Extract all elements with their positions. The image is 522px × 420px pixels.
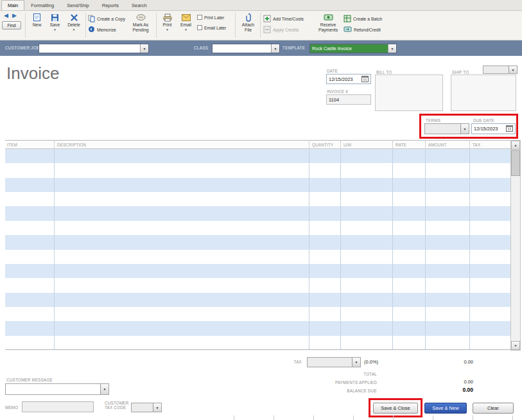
print-later-checkbox-row[interactable]: Print Later xyxy=(197,14,224,21)
dropdown-arrow-icon[interactable]: ▼ xyxy=(100,384,109,394)
date-label: DATE xyxy=(327,69,338,73)
save-new-button[interactable]: Save & New xyxy=(424,403,467,414)
email-later-label: Email Later xyxy=(204,26,226,30)
column-header-quantity[interactable]: QUANTITY xyxy=(312,143,333,147)
email-button[interactable]: Email ▼ xyxy=(177,13,195,31)
print-later-checkbox[interactable] xyxy=(197,15,202,20)
column-header-um[interactable]: U/M xyxy=(344,143,351,147)
save-button[interactable]: Save ▼ xyxy=(46,13,64,31)
clear-button[interactable]: Clear xyxy=(473,403,514,414)
memorize-button[interactable]: Memorize xyxy=(88,26,116,33)
dropdown-arrow-icon[interactable]: ▼ xyxy=(140,44,148,53)
due-date-value: 12/15/2023 xyxy=(474,126,498,132)
add-time-costs-icon xyxy=(263,15,271,23)
receive-payments-button[interactable]: Receive Payments xyxy=(313,13,344,32)
create-batch-button[interactable]: Create a Batch xyxy=(344,15,382,22)
grid-column-line xyxy=(54,149,55,349)
column-header-amount[interactable]: AMOUNT xyxy=(428,143,447,147)
template-value: Rock Castle Invoice xyxy=(310,44,388,53)
tab-formatting[interactable]: Formatting xyxy=(24,0,60,10)
column-separator xyxy=(340,141,341,148)
dropdown-arrow-icon[interactable]: ▼ xyxy=(271,44,279,53)
tax-select[interactable]: ▼ xyxy=(307,357,361,367)
tab-main[interactable]: Main xyxy=(1,0,24,10)
dropdown-arrow-icon[interactable]: ▼ xyxy=(509,66,517,73)
back-arrow-icon[interactable]: ◀ xyxy=(4,12,8,19)
delete-button[interactable]: Delete ▼ xyxy=(64,13,83,31)
new-button-label: New xyxy=(33,22,42,28)
delete-button-label: Delete xyxy=(67,22,80,28)
invoice-number-field[interactable]: 1104 xyxy=(326,94,371,105)
ship-to-select-value xyxy=(483,66,509,73)
find-button[interactable]: Find xyxy=(2,21,21,30)
toolbar-separator xyxy=(85,13,86,38)
dropdown-arrow-icon[interactable]: ▼ xyxy=(388,44,396,53)
tab-reports[interactable]: Reports xyxy=(96,0,125,10)
create-invoice-window: Main Formatting Send/Ship Reports Search… xyxy=(0,0,522,420)
tab-search[interactable]: Search xyxy=(125,0,153,10)
invoice-number-value: 1104 xyxy=(329,97,339,103)
customer-message-select[interactable]: ▼ xyxy=(5,383,109,395)
tab-send-ship[interactable]: Send/Ship xyxy=(60,0,96,10)
terms-select[interactable]: ▼ xyxy=(424,123,469,134)
attach-file-button[interactable]: Attach File xyxy=(238,13,258,32)
email-dropdown-arrow-icon[interactable]: ▼ xyxy=(184,28,187,31)
bill-to-box[interactable] xyxy=(375,74,443,111)
total-label: TOTAL xyxy=(302,372,377,376)
balance-due-label: BALANCE DUE xyxy=(302,389,377,393)
scrollbar-thumb[interactable] xyxy=(511,150,520,176)
invoice-number-label: INVOICE # xyxy=(327,89,348,94)
delete-x-icon xyxy=(70,13,78,22)
main-toolbar: ◀ ▶ Find New Save ▼ Delete ▼ Create a Co… xyxy=(0,11,522,40)
memorize-label: Memorize xyxy=(97,28,116,32)
column-separator xyxy=(309,141,309,148)
save-dropdown-arrow-icon[interactable]: ▼ xyxy=(53,28,56,31)
column-header-rate[interactable]: RATE xyxy=(396,143,406,147)
print-dropdown-arrow-icon[interactable]: ▼ xyxy=(166,28,168,31)
column-separator xyxy=(425,141,426,148)
customer-job-select[interactable]: ▼ xyxy=(39,44,149,53)
calendar-icon[interactable] xyxy=(506,125,513,133)
due-date-field[interactable]: 12/15/2023 xyxy=(471,123,516,134)
ship-to-box[interactable] xyxy=(451,74,516,111)
payments-applied-label: PAYMENTS APPLIED xyxy=(302,380,377,385)
column-header-description[interactable]: DESCRIPTION xyxy=(57,143,86,147)
column-separator xyxy=(469,141,470,148)
scroll-up-button[interactable]: ▲ xyxy=(511,141,520,150)
create-copy-button[interactable]: Create a Copy xyxy=(88,15,125,22)
refund-credit-button[interactable]: Refund/Credit xyxy=(344,26,381,33)
dropdown-arrow-icon[interactable]: ▼ xyxy=(460,124,469,134)
print-button[interactable]: Print ▼ xyxy=(159,13,176,31)
line-items-grid[interactable] xyxy=(5,149,510,350)
apply-credits-button[interactable]: Apply Credits xyxy=(263,26,299,33)
column-header-item[interactable]: ITEM xyxy=(7,143,17,147)
delete-dropdown-arrow-icon[interactable]: ▼ xyxy=(73,28,75,31)
class-select[interactable]: ▼ xyxy=(212,44,280,53)
date-field[interactable]: 12/15/2023 xyxy=(326,74,371,84)
column-header-tax[interactable]: TAX xyxy=(473,143,480,147)
refund-credit-label: Refund/Credit xyxy=(354,28,381,32)
template-select[interactable]: Rock Castle Invoice ▼ xyxy=(309,44,397,53)
ship-to-select[interactable]: ▼ xyxy=(483,66,518,74)
memorize-icon xyxy=(88,26,95,33)
email-later-checkbox[interactable] xyxy=(197,25,202,30)
email-later-checkbox-row[interactable]: Email Later xyxy=(197,24,226,31)
memo-input[interactable] xyxy=(22,401,94,412)
table-scrollbar[interactable]: ▲ ▼ xyxy=(510,140,521,351)
tax-amount: 0.00 xyxy=(442,359,473,365)
mark-as-pending-button[interactable]: Mark As Pending xyxy=(126,13,155,32)
dropdown-arrow-icon[interactable]: ▼ xyxy=(352,358,360,367)
forward-arrow-icon[interactable]: ▶ xyxy=(12,12,17,19)
toolbar-separator xyxy=(25,13,26,38)
add-time-costs-button[interactable]: Add Time/Costs xyxy=(263,15,304,22)
new-button[interactable]: New xyxy=(28,13,46,28)
create-batch-icon xyxy=(344,15,351,23)
save-close-button[interactable]: Save & Close xyxy=(373,403,418,414)
calendar-icon[interactable] xyxy=(361,75,369,83)
dropdown-arrow-icon[interactable]: ▼ xyxy=(153,403,161,412)
scroll-down-button[interactable]: ▼ xyxy=(511,341,520,350)
column-separator xyxy=(54,141,55,148)
toolbar-separator xyxy=(260,13,261,38)
save-button-label: Save xyxy=(50,22,60,28)
customer-tax-code-select[interactable]: ▼ xyxy=(131,403,162,412)
